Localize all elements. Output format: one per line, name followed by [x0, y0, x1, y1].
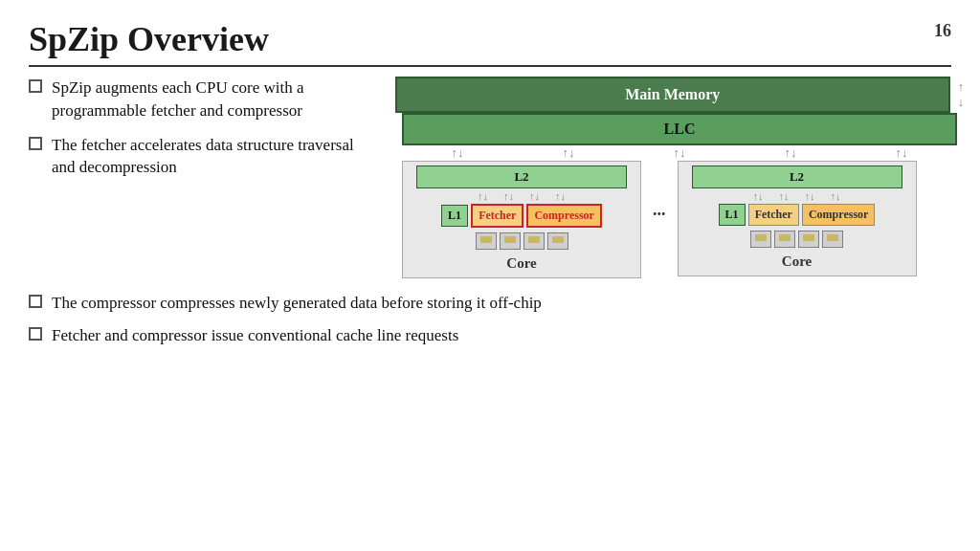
reg1 — [476, 232, 497, 250]
bullet-1-text: SpZip augments each CPU core with a prog… — [52, 77, 373, 122]
slide-title: SpZip Overview — [29, 19, 951, 67]
core-2-block: L2 ↑↓ ↑↓ ↑↓ ↑↓ L1 — [678, 161, 917, 276]
svg-rect-7 — [552, 236, 564, 243]
mm-side-arrow: ↑ ↓ — [958, 79, 965, 110]
left-bullets: SpZip augments each CPU core with a prog… — [29, 77, 373, 278]
bullet-icon-3 — [29, 295, 42, 308]
core2-l2-arrows: ↑↓ ↑↓ ↑↓ ↑↓ — [753, 190, 841, 202]
slide: SpZip Overview 16 SpZip augments each CP… — [0, 0, 980, 551]
slide-number: 16 — [934, 21, 951, 41]
content-area: SpZip augments each CPU core with a prog… — [29, 77, 951, 278]
bullet-2-text: The fetcher accelerates data structure t… — [52, 134, 373, 180]
main-memory-label: Main Memory — [625, 86, 720, 102]
ellipsis: ... — [653, 200, 666, 220]
core1-l2: L2 — [416, 165, 627, 188]
bullet-2: The fetcher accelerates data structure t… — [29, 134, 373, 180]
core1-l1: L1 — [441, 205, 468, 227]
svg-rect-3 — [504, 236, 516, 243]
svg-rect-1 — [480, 236, 492, 243]
reg7 — [798, 231, 819, 248]
llc-l2-arrows: ↑↓ ↑↓ ↑↓ ↑↓ ↑↓ — [402, 145, 957, 161]
core2-l1: L1 — [719, 204, 746, 226]
svg-rect-5 — [528, 236, 540, 243]
core2-compressor: Compressor — [802, 204, 875, 226]
core2-registers — [750, 231, 843, 248]
bullet-3-text: The compressor compresses newly generate… — [52, 292, 542, 315]
diagram-wrapper: Main Memory ↑ ↓ LLC ↑↓ ↑↓ ↑↓ ↑↓ — [392, 77, 967, 278]
reg8 — [822, 231, 843, 248]
svg-rect-9 — [755, 234, 767, 241]
cores-row: L2 ↑↓ ↑↓ ↑↓ ↑↓ L1 — [402, 161, 957, 278]
core1-compressor: Compressor — [526, 204, 601, 228]
bullet-3: The compressor compresses newly generate… — [29, 292, 951, 315]
svg-rect-13 — [803, 234, 814, 241]
core2-cache-row: L1 Fetcher Compressor — [719, 204, 876, 226]
bullet-icon-4 — [29, 327, 42, 341]
reg4 — [547, 232, 568, 250]
reg6 — [774, 231, 795, 248]
bullet-4-text: Fetcher and compressor issue conventiona… — [52, 324, 458, 347]
core1-registers — [476, 232, 568, 250]
core1-l2-arrows: ↑↓ ↑↓ ↑↓ ↑↓ — [478, 190, 566, 202]
core1-fetcher: Fetcher — [471, 204, 523, 228]
diagram-area: Main Memory ↑ ↓ LLC ↑↓ ↑↓ ↑↓ ↑↓ — [392, 77, 967, 278]
main-memory-box: Main Memory — [395, 77, 950, 113]
bullet-icon-1 — [29, 79, 42, 93]
reg2 — [500, 232, 521, 250]
core2-fetcher: Fetcher — [748, 204, 799, 226]
core2-label: Core — [782, 253, 812, 270]
core1-cache-row: L1 Fetcher Compressor — [441, 204, 602, 228]
llc-label: LLC — [664, 121, 696, 137]
core2-l2: L2 — [692, 165, 902, 188]
llc-box: LLC — [402, 113, 957, 145]
core1-label: Core — [506, 255, 536, 272]
bullet-1: SpZip augments each CPU core with a prog… — [29, 77, 373, 122]
svg-rect-11 — [779, 234, 791, 241]
reg5 — [750, 231, 771, 248]
bullet-icon-2 — [29, 137, 42, 150]
core-1-block: L2 ↑↓ ↑↓ ↑↓ ↑↓ L1 — [402, 161, 641, 278]
bottom-bullets: The compressor compresses newly generate… — [29, 292, 951, 347]
reg3 — [523, 232, 545, 250]
bullet-4: Fetcher and compressor issue conventiona… — [29, 324, 951, 347]
svg-rect-15 — [827, 234, 838, 241]
